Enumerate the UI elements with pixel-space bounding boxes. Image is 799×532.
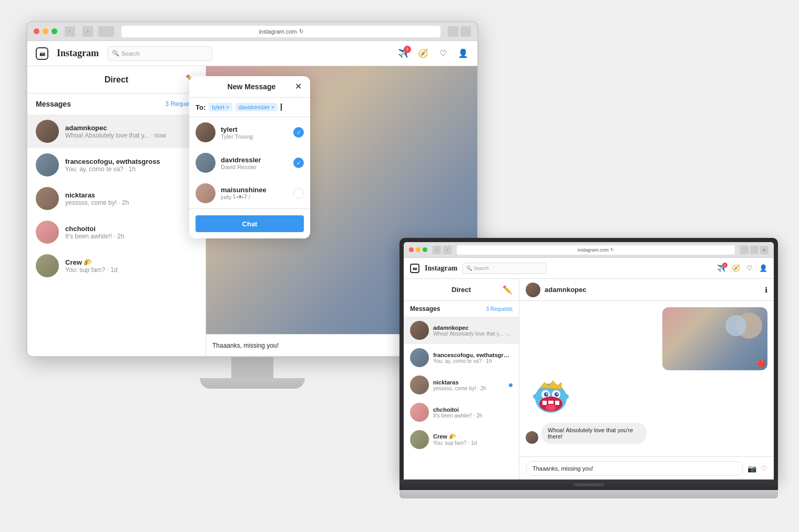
list-item[interactable]: tylert Tyler Troung ✓ — [189, 117, 310, 148]
direct-icon[interactable]: ✈️ 1 — [397, 48, 409, 59]
avatar — [196, 153, 216, 173]
tab-button[interactable] — [98, 26, 114, 37]
list-item[interactable]: adamnkopec Whoa! Absolutely love that y.… — [27, 114, 206, 148]
message-preview: You: sup fam? · 1d — [433, 440, 513, 446]
chat-header-laptop: adamnkopec ℹ — [519, 279, 774, 301]
bookmark-button[interactable] — [750, 246, 759, 254]
new-message-modal: New Message ✕ To: tylert × davidressler … — [189, 76, 310, 238]
heart-send-icon[interactable]: ♡ — [761, 464, 767, 473]
laptop-ig-content: Direct ✏️ Messages 3 Requests adamnkope — [404, 279, 774, 479]
back-button[interactable]: ‹ — [433, 246, 441, 254]
browser-actions — [448, 26, 471, 37]
forward-button[interactable]: › — [83, 26, 93, 37]
list-item[interactable]: francescofogu, ewthatsgross You: ay, com… — [27, 148, 206, 182]
recipient-tag-tylert[interactable]: tylert × — [209, 103, 232, 111]
chat-user-avatar — [526, 283, 540, 297]
message-preview: It's been awhile!! · 2h — [65, 233, 197, 240]
message-info: nicktaras yesssss, come by! · 2h — [65, 191, 187, 206]
message-info: chchoitoi It's been awhile!! · 2h — [433, 406, 513, 419]
message-info: adamnkopec Whoa! Absolutely love that y.… — [433, 325, 513, 337]
forward-button[interactable]: › — [443, 246, 452, 254]
share-button[interactable] — [448, 26, 458, 37]
refresh-icon[interactable]: ↻ — [610, 247, 614, 252]
avatar — [36, 153, 59, 176]
chat-input[interactable] — [526, 461, 743, 476]
ig-search-bar-laptop[interactable]: 🔍 Search — [463, 263, 547, 274]
messages-title-desktop: Messages — [36, 100, 71, 108]
image-send-icon[interactable]: 📷 — [747, 464, 756, 473]
direct-icon[interactable]: ✈️ 1 — [717, 264, 725, 272]
list-item[interactable]: chchoitoi It's been awhile!! · 2h — [27, 215, 206, 249]
result-info: maisunshinee judy ʕ•ᴥ•ʔ / — [221, 186, 288, 201]
new-message-button-laptop[interactable]: ✏️ — [503, 285, 513, 295]
list-item[interactable]: adamnkopec Whoa! Absolutely love that y.… — [404, 317, 519, 344]
laptop: ‹ › instagram.com ↻ + 📷 — [400, 238, 778, 511]
url-text: instagram.com — [578, 247, 609, 253]
tag-remove-icon[interactable]: × — [271, 105, 274, 110]
url-text: instagram.com — [259, 28, 296, 35]
profile-icon[interactable]: 👤 — [759, 264, 767, 272]
list-item[interactable]: chchoitoi It's been awhile!! · 2h — [404, 399, 519, 426]
modal-title: New Message — [208, 82, 295, 91]
url-bar[interactable]: instagram.com ↻ — [121, 26, 441, 37]
unread-dot — [509, 383, 513, 387]
compass-icon[interactable]: 🧭 — [732, 264, 740, 272]
traffic-light-red[interactable] — [409, 247, 414, 252]
laptop-url-bar[interactable]: instagram.com ↻ — [457, 245, 735, 255]
share-button[interactable] — [740, 246, 749, 254]
chat-button[interactable]: Chat — [196, 215, 304, 232]
chat-info-button[interactable]: ℹ — [765, 286, 767, 294]
message-info: Crew 🌮 You: sup fam? · 1d — [65, 258, 197, 274]
ig-header-icons-laptop: ✈️ 1 🧭 ♡ 👤 — [717, 264, 767, 272]
photo-placeholder — [662, 307, 767, 370]
message-preview: yesssss, come by! · 2h — [433, 385, 505, 391]
recipient-tag-davidressler[interactable]: davidressler × — [235, 103, 278, 111]
laptop-notch — [573, 483, 605, 486]
traffic-light-green[interactable] — [423, 247, 427, 252]
list-item[interactable]: nicktaras yesssss, come by! · 2h — [404, 371, 519, 399]
ig-sidebar-laptop: Direct ✏️ Messages 3 Requests adamnkope — [404, 279, 519, 479]
traffic-light-yellow[interactable] — [416, 247, 421, 252]
ig-logo-icon: 📷 — [410, 264, 419, 273]
chat-input-row-laptop: 📷 ♡ — [519, 456, 774, 479]
list-item[interactable]: maisunshinee judy ʕ•ᴥ•ʔ / — [189, 178, 310, 208]
tag-remove-icon[interactable]: × — [226, 105, 229, 110]
photo-message: ❤️ — [662, 307, 767, 370]
avatar — [196, 183, 216, 203]
traffic-light-red[interactable] — [34, 28, 39, 34]
list-item[interactable]: Crew 🌮 You: sup fam? · 1d — [404, 426, 519, 453]
heart-icon[interactable]: ♡ — [746, 264, 753, 272]
ig-logo-text: Instagram — [57, 48, 99, 59]
modal-results-list: tylert Tyler Troung ✓ davidressler David… — [189, 117, 310, 208]
avatar — [36, 254, 59, 277]
list-item[interactable]: nicktaras yesssss, come by! · 2h — [27, 182, 206, 215]
bookmark-button[interactable] — [460, 26, 471, 37]
result-info: davidressler David Ressler — [221, 156, 288, 170]
list-item[interactable]: francescofogu, ewthatsgross You: ay, com… — [404, 344, 519, 371]
chat-input-value-desktop: Thaaanks, missing you! — [212, 342, 279, 349]
ig-header-laptop: 📷 Instagram 🔍 Search ✈️ 1 🧭 ♡ — [404, 258, 774, 279]
result-username: maisunshinee — [221, 186, 288, 194]
message-preview: You: ay, como te va? · 1h — [65, 165, 197, 173]
requests-link-laptop[interactable]: 3 Requests — [486, 306, 513, 312]
add-tab-button[interactable]: + — [760, 246, 769, 254]
avatar — [36, 120, 59, 143]
traffic-light-yellow[interactable] — [43, 28, 48, 34]
ig-search-bar-desktop[interactable]: 🔍 Search — [107, 46, 212, 61]
list-item[interactable]: davidressler David Ressler ✓ — [189, 148, 310, 178]
chat-bubble: Whoa! Absolutely love that you're there! — [541, 423, 647, 444]
search-icon: 🔍 — [466, 266, 472, 271]
message-info: francescofogu, ewthatsgross You: ay, com… — [65, 158, 197, 173]
modal-close-button[interactable]: ✕ — [295, 82, 302, 91]
back-button[interactable]: ‹ — [65, 26, 75, 37]
refresh-icon[interactable]: ↻ — [299, 28, 303, 34]
traffic-light-green[interactable] — [52, 28, 57, 34]
list-item[interactable]: Crew 🌮 You: sup fam? · 1d — [27, 249, 206, 283]
heart-icon[interactable]: ♡ — [437, 48, 449, 59]
compass-icon[interactable]: 🧭 — [417, 48, 429, 59]
chat-username: adamnkopec — [545, 286, 761, 294]
message-preview: It's been awhile!! · 2h — [433, 413, 513, 419]
profile-icon[interactable]: 👤 — [457, 48, 469, 59]
ig-messages-header-desktop: Messages 3 Requests — [27, 93, 206, 114]
photo-reaction: ❤️ — [756, 360, 765, 368]
